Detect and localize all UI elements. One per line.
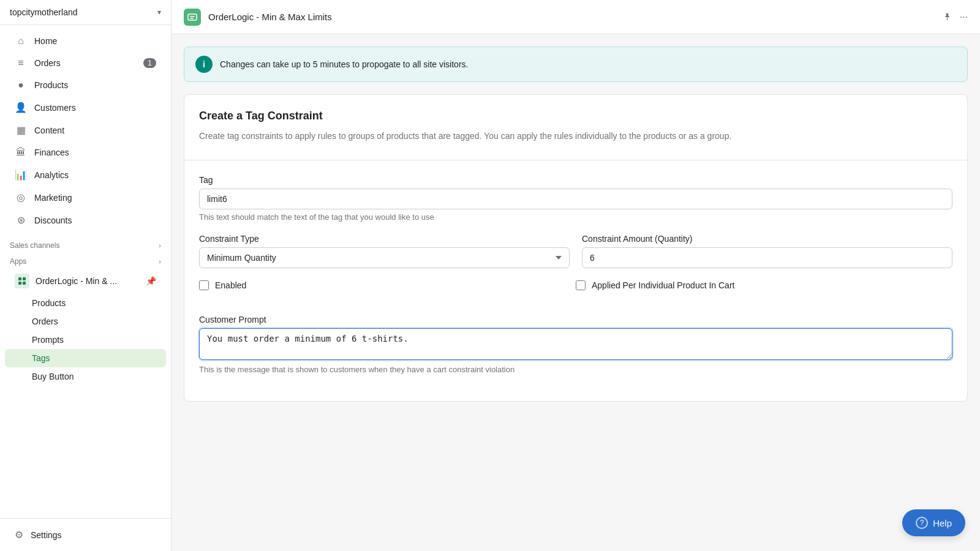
alert-info-icon: i bbox=[195, 56, 213, 73]
constraint-type-label: Constraint Type bbox=[199, 234, 570, 244]
sidebar-item-home-label: Home bbox=[34, 36, 57, 46]
app-pin-icon: 📌 bbox=[146, 276, 156, 286]
sidebar-item-home[interactable]: ⌂ Home bbox=[5, 30, 166, 52]
svg-rect-1 bbox=[23, 277, 26, 280]
settings-icon: ⚙ bbox=[15, 529, 23, 541]
sidebar-item-customers-label: Customers bbox=[34, 103, 76, 113]
svg-rect-2 bbox=[18, 282, 21, 285]
sidebar-item-settings-label: Settings bbox=[31, 530, 62, 540]
alert-banner: i Changes can take up to 5 minutes to pr… bbox=[184, 47, 968, 82]
svg-rect-3 bbox=[23, 282, 26, 285]
app-orderlogic-icon bbox=[15, 274, 29, 288]
customer-prompt-hint: This is the message that is shown to cus… bbox=[199, 365, 952, 374]
sidebar-item-orders-label: Orders bbox=[34, 58, 61, 68]
discounts-icon: ⊛ bbox=[15, 214, 27, 226]
sidebar-item-content[interactable]: ▦ Content bbox=[5, 119, 166, 141]
topbar-pin-icon[interactable]: 🖈 bbox=[943, 12, 952, 23]
applied-per-product-checkbox-row: Applied Per Individual Product In Cart bbox=[576, 280, 952, 290]
applied-per-product-label[interactable]: Applied Per Individual Product In Cart bbox=[592, 280, 734, 290]
constraint-amount-input[interactable] bbox=[582, 247, 952, 268]
sidebar-item-content-label: Content bbox=[34, 126, 64, 135]
customer-prompt-label: Customer Prompt bbox=[199, 315, 952, 324]
app-name-label: OrderLogic - Min & ... bbox=[36, 276, 117, 286]
finances-icon: 🏛 bbox=[15, 147, 27, 158]
sub-nav-prompts-label: Prompts bbox=[32, 335, 64, 345]
help-button-label: Help bbox=[933, 518, 952, 528]
sidebar-item-analytics-label: Analytics bbox=[34, 170, 69, 180]
help-button[interactable]: ? Help bbox=[902, 509, 965, 536]
constraint-amount-label: Constraint Amount (Quantity) bbox=[582, 234, 952, 244]
sidebar-item-discounts-label: Discounts bbox=[34, 216, 72, 225]
help-circle-icon: ? bbox=[916, 517, 928, 529]
sidebar-item-orders[interactable]: ≡ Orders 1 bbox=[5, 52, 166, 74]
tag-input[interactable] bbox=[199, 189, 952, 209]
sidebar-item-finances-label: Finances bbox=[34, 148, 69, 157]
products-icon: ● bbox=[15, 80, 27, 91]
sidebar-item-products[interactable]: ● Products bbox=[5, 74, 166, 96]
topbar-app-icon bbox=[184, 9, 201, 26]
marketing-icon: ◎ bbox=[15, 192, 27, 203]
app-orderlogic-item[interactable]: OrderLogic - Min & ... 📌 bbox=[5, 268, 166, 294]
constraint-type-group: Constraint Type Minimum Quantity Maximum… bbox=[199, 234, 570, 268]
sidebar-item-marketing-label: Marketing bbox=[34, 193, 72, 203]
topbar-actions: 🖈 ··· bbox=[943, 12, 968, 23]
create-tag-constraint-card: Create a Tag Constraint Create tag const… bbox=[184, 94, 968, 402]
sidebar: topcitymotherland ▾ ⌂ Home ≡ Orders 1 ● … bbox=[0, 0, 172, 551]
sidebar-item-settings[interactable]: ⚙ Settings bbox=[5, 523, 166, 546]
sub-nav-prompts[interactable]: Prompts bbox=[5, 331, 166, 349]
store-selector[interactable]: topcitymotherland ▾ bbox=[0, 0, 171, 25]
sales-channels-label: Sales channels bbox=[10, 241, 59, 250]
enabled-checkbox[interactable] bbox=[199, 280, 209, 290]
constraint-type-select[interactable]: Minimum Quantity Maximum Quantity bbox=[199, 247, 570, 268]
enabled-checkbox-row: Enabled bbox=[199, 280, 576, 290]
sidebar-item-marketing[interactable]: ◎ Marketing bbox=[5, 186, 166, 209]
sub-nav-buy-button[interactable]: Buy Button bbox=[5, 367, 166, 386]
svg-rect-0 bbox=[18, 277, 21, 280]
card-title: Create a Tag Constraint bbox=[199, 110, 952, 122]
apps-chevron-icon: › bbox=[159, 258, 161, 265]
sidebar-item-customers[interactable]: 👤 Customers bbox=[5, 96, 166, 119]
sub-nav-tags-label: Tags bbox=[32, 353, 50, 363]
svg-rect-4 bbox=[188, 14, 197, 20]
main-nav: ⌂ Home ≡ Orders 1 ● Products 👤 Customers… bbox=[0, 25, 171, 236]
topbar: OrderLogic - Min & Max Limits 🖈 ··· bbox=[172, 0, 980, 34]
tag-hint: This text should match the text of the t… bbox=[199, 212, 952, 222]
sub-nav-tags[interactable]: Tags bbox=[5, 349, 166, 367]
apps-label: Apps bbox=[10, 257, 26, 266]
orders-icon: ≡ bbox=[15, 58, 27, 69]
home-icon: ⌂ bbox=[15, 36, 27, 47]
constraint-amount-group: Constraint Amount (Quantity) bbox=[582, 234, 952, 268]
sub-nav-products[interactable]: Products bbox=[5, 294, 166, 312]
main-area: OrderLogic - Min & Max Limits 🖈 ··· i Ch… bbox=[172, 0, 980, 551]
sidebar-item-discounts[interactable]: ⊛ Discounts bbox=[5, 209, 166, 231]
checkboxes-row: Enabled Applied Per Individual Product I… bbox=[199, 280, 952, 302]
card-description: Create tag constraints to apply rules to… bbox=[199, 130, 952, 143]
tag-label: Tag bbox=[199, 175, 952, 185]
constraint-row: Constraint Type Minimum Quantity Maximum… bbox=[199, 234, 952, 280]
store-name: topcitymotherland bbox=[10, 7, 78, 17]
form-divider bbox=[184, 160, 967, 160]
sub-nav-orders-label: Orders bbox=[32, 317, 58, 326]
analytics-icon: 📊 bbox=[15, 169, 27, 181]
sub-nav-products-label: Products bbox=[32, 298, 66, 308]
apps-section[interactable]: Apps › bbox=[0, 252, 171, 268]
enabled-label[interactable]: Enabled bbox=[215, 280, 246, 290]
store-selector-chevron-icon: ▾ bbox=[157, 8, 161, 17]
customer-prompt-group: Customer Prompt This is the message that… bbox=[199, 315, 952, 374]
sales-channels-chevron-icon: › bbox=[159, 242, 161, 249]
topbar-title: OrderLogic - Min & Max Limits bbox=[208, 12, 332, 22]
sidebar-item-analytics[interactable]: 📊 Analytics bbox=[5, 163, 166, 186]
sub-nav-buy-button-label: Buy Button bbox=[32, 372, 74, 381]
alert-text: Changes can take up to 5 minutes to prop… bbox=[220, 59, 468, 69]
orders-badge: 1 bbox=[143, 58, 156, 68]
customer-prompt-textarea[interactable] bbox=[199, 328, 952, 360]
sales-channels-section[interactable]: Sales channels › bbox=[0, 236, 171, 252]
content-area: i Changes can take up to 5 minutes to pr… bbox=[172, 34, 980, 551]
sidebar-item-products-label: Products bbox=[34, 80, 68, 90]
applied-per-product-checkbox[interactable] bbox=[576, 280, 586, 290]
customers-icon: 👤 bbox=[15, 102, 27, 113]
sidebar-item-finances[interactable]: 🏛 Finances bbox=[5, 141, 166, 163]
tag-field-group: Tag This text should match the text of t… bbox=[199, 175, 952, 222]
topbar-more-icon[interactable]: ··· bbox=[960, 12, 968, 23]
sub-nav-orders[interactable]: Orders bbox=[5, 312, 166, 331]
